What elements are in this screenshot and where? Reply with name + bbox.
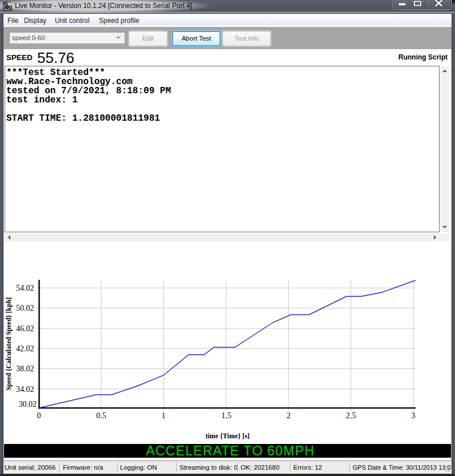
- svg-text:1: 1: [162, 411, 166, 420]
- svg-text:46.02: 46.02: [16, 324, 34, 333]
- svg-text:30.02: 30.02: [19, 400, 37, 408]
- svg-text:0.5: 0.5: [96, 411, 106, 420]
- svg-text:M: M: [8, 2, 12, 7]
- svg-text:38.02: 38.02: [16, 364, 34, 373]
- svg-text:50.02: 50.02: [16, 304, 34, 312]
- svg-text:34.02: 34.02: [16, 385, 34, 394]
- svg-text:2.5: 2.5: [346, 411, 356, 420]
- svg-text:42.02: 42.02: [16, 344, 34, 353]
- svg-text:0: 0: [37, 411, 41, 420]
- svg-text:3: 3: [412, 411, 416, 420]
- svg-text:2: 2: [287, 411, 291, 420]
- svg-text:Speed {Calculated Speed} [kph]: Speed {Calculated Speed} [kph]: [5, 297, 13, 390]
- svg-text:1.5: 1.5: [221, 411, 232, 420]
- svg-text:54.02: 54.02: [16, 284, 34, 292]
- svg-text:time {Time} [s]: time {Time} [s]: [205, 432, 249, 440]
